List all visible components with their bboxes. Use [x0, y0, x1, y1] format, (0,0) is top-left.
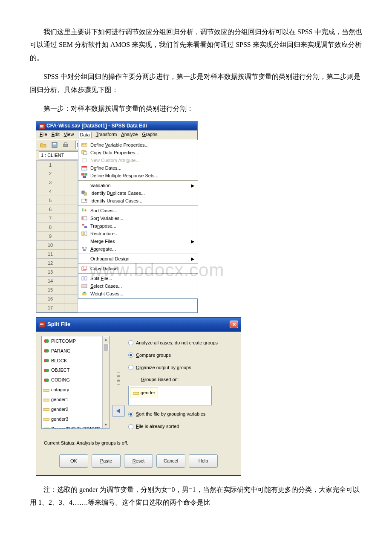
- row-header[interactable]: 10: [36, 241, 64, 250]
- paste-button[interactable]: Paste: [92, 454, 121, 468]
- list-item[interactable]: gender1: [42, 395, 109, 405]
- title-text: CFA-Wisc.sav [DataSet1] - SPSS Data Edi: [46, 123, 147, 129]
- row-header[interactable]: 5: [36, 196, 64, 205]
- radio-sort-by-grouping[interactable]: Sort the file by grouping variables: [128, 410, 236, 419]
- radio-analyze-all[interactable]: Analyze all cases, do not create groups: [128, 338, 236, 347]
- ok-button[interactable]: OK: [59, 454, 88, 468]
- menu-define-variable-properties[interactable]: Define Variable Properties...: [78, 141, 198, 149]
- svg-point-54: [46, 369, 49, 372]
- svg-rect-21: [83, 176, 86, 178]
- scroll-up-icon[interactable]: ▲: [103, 336, 109, 343]
- resize-grip-icon[interactable]: [117, 373, 120, 385]
- row-header[interactable]: 4: [36, 187, 64, 196]
- svg-rect-36: [83, 249, 86, 251]
- svg-rect-29: [82, 217, 84, 220]
- groups-based-on-list[interactable]: gender: [128, 386, 212, 405]
- list-item[interactable]: BLOCK: [42, 356, 109, 366]
- row-header[interactable]: 3: [36, 178, 64, 187]
- variable-list[interactable]: PICTCOMP PARANG BLOCK OBJECT CODING cata…: [41, 336, 110, 429]
- copy-data-icon: [81, 150, 88, 156]
- svg-rect-23: [84, 193, 86, 195]
- close-icon[interactable]: ✕: [230, 321, 238, 328]
- menu-weight-cases[interactable]: Weight Cases...: [78, 290, 198, 298]
- menu-copy-data-properties[interactable]: Copy Data Properties...: [78, 149, 198, 156]
- menu-transpose[interactable]: Transpose...: [78, 222, 198, 230]
- list-item[interactable]: PARANG: [42, 346, 109, 356]
- menu-sort-cases[interactable]: Sort Cases...: [78, 207, 198, 214]
- list-item[interactable]: Zscore(DIGIT) [ZDIGIT]: [42, 424, 109, 429]
- menu-identify-duplicate[interactable]: Identify Duplicate Cases...: [78, 189, 198, 197]
- menu-select-cases[interactable]: Select Cases...: [78, 282, 198, 290]
- row-header[interactable]: 8: [36, 223, 64, 232]
- move-variable-button[interactable]: [112, 405, 125, 417]
- menu-view[interactable]: View: [64, 132, 74, 138]
- scale-var-icon: [43, 358, 49, 363]
- svg-point-48: [46, 339, 49, 343]
- menu-orthogonal-design[interactable]: Orthogonal Design▶: [78, 255, 198, 263]
- aggregate-icon: [81, 246, 88, 252]
- svg-rect-15: [84, 152, 87, 155]
- scrollbar[interactable]: ▲ ▼: [102, 336, 109, 428]
- help-button[interactable]: Help: [189, 454, 218, 468]
- ruler-var-icon: [43, 426, 49, 429]
- row-header[interactable]: 6: [36, 205, 64, 214]
- multiple-response-icon: [81, 173, 88, 179]
- group-variable-chip[interactable]: gender: [130, 387, 158, 398]
- list-item[interactable]: gender3: [42, 414, 109, 424]
- radio-organize-output[interactable]: Organize output by groups: [128, 363, 236, 372]
- row-header[interactable]: 13: [36, 268, 64, 277]
- save-icon[interactable]: [50, 141, 59, 149]
- cancel-button[interactable]: Cancel: [156, 454, 185, 468]
- svg-rect-46: [40, 324, 43, 325]
- menu-define-multiple-response[interactable]: Define Multiple Response Sets...: [78, 172, 198, 179]
- menu-merge-files[interactable]: Merge Files▶: [78, 237, 198, 245]
- row-header[interactable]: 14: [36, 277, 64, 286]
- svg-rect-35: [85, 247, 87, 249]
- list-item[interactable]: CODING: [42, 375, 109, 385]
- row-header[interactable]: 16: [36, 295, 64, 304]
- ruler-var-icon: [43, 416, 49, 422]
- svg-rect-7: [64, 143, 67, 145]
- menu-restructure[interactable]: Restructure...: [78, 230, 198, 237]
- sort-cases-icon: [81, 208, 88, 214]
- menu-split-file[interactable]: Split File...: [78, 275, 198, 282]
- list-item[interactable]: gender2: [42, 405, 109, 414]
- menu-identify-unusual[interactable]: Identify Unusual Cases...: [78, 197, 198, 205]
- row-header[interactable]: 9: [36, 232, 64, 241]
- radio-already-sorted[interactable]: File is already sorted: [128, 422, 236, 431]
- row-header[interactable]: 1: [36, 160, 64, 169]
- menu-file[interactable]: File: [40, 132, 47, 138]
- row-header[interactable]: 11: [36, 250, 64, 259]
- row-header[interactable]: 12: [36, 259, 64, 268]
- open-icon[interactable]: [39, 141, 48, 149]
- submenu-arrow-icon: ▶: [191, 183, 194, 188]
- svg-point-50: [46, 349, 49, 353]
- reset-button[interactable]: Reset: [124, 454, 153, 468]
- menu-graphs[interactable]: Graphs: [142, 132, 157, 138]
- menu-analyze[interactable]: Analyze: [121, 132, 138, 138]
- menu-define-dates[interactable]: Define Dates...: [78, 164, 198, 172]
- list-item[interactable]: PICTCOMP: [42, 336, 109, 346]
- menu-aggregate[interactable]: Aggregate...: [78, 245, 198, 253]
- list-item[interactable]: catagory: [42, 385, 109, 395]
- menu-validation[interactable]: Validation▶: [78, 182, 198, 189]
- radio-compare-groups[interactable]: Compare groups: [128, 351, 236, 360]
- menu-edit[interactable]: Edit: [52, 132, 60, 138]
- row-header[interactable]: 7: [36, 214, 64, 223]
- row-header[interactable]: 17: [36, 304, 64, 312]
- sort-variables-icon: [81, 215, 88, 221]
- row-header[interactable]: 15: [36, 286, 64, 295]
- menu-sort-variables[interactable]: Sort Variables...: [78, 214, 198, 222]
- list-item[interactable]: OBJECT: [42, 365, 109, 375]
- data-grid: 1 2 3 4 5 6 7 8 9 10 11 12 13 14 15 16 1…: [36, 160, 197, 312]
- current-status-label: Current Status: Analysis by groups is of…: [44, 439, 236, 448]
- svg-rect-32: [82, 232, 84, 235]
- print-icon[interactable]: [61, 141, 70, 149]
- menu-transform[interactable]: Transform: [96, 132, 117, 138]
- scroll-down-icon[interactable]: ▼: [103, 422, 109, 428]
- row-header[interactable]: 2: [36, 169, 64, 178]
- menu-copy-dataset[interactable]: Copy Dataset: [78, 265, 198, 272]
- scroll-thumb[interactable]: [103, 344, 109, 351]
- svg-rect-42: [82, 286, 86, 286]
- menu-data[interactable]: Data: [78, 132, 91, 138]
